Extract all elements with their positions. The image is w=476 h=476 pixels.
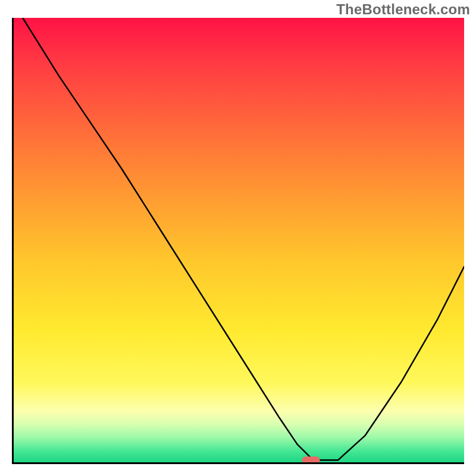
chart-stage: TheBottleneck.com <box>0 0 476 476</box>
plot-svg <box>14 18 464 462</box>
gradient-background <box>14 18 464 462</box>
watermark-text: TheBottleneck.com <box>336 1 470 18</box>
plot-frame <box>12 18 464 464</box>
optimum-marker <box>302 456 320 462</box>
